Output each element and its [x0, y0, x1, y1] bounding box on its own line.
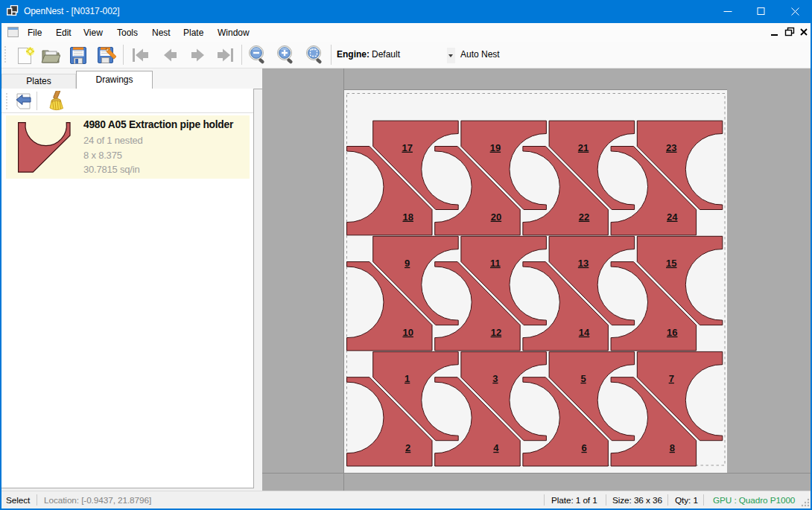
- svg-text:9: 9: [405, 258, 410, 269]
- svg-text:11: 11: [490, 258, 501, 269]
- svg-text:18: 18: [402, 211, 413, 223]
- svg-text:2: 2: [405, 442, 410, 453]
- svg-text:13: 13: [578, 258, 589, 269]
- svg-text:19: 19: [490, 142, 501, 153]
- svg-text:8: 8: [670, 442, 675, 453]
- svg-text:5: 5: [580, 373, 586, 384]
- svg-text:4: 4: [493, 442, 499, 453]
- svg-text:16: 16: [667, 327, 677, 338]
- svg-text:22: 22: [579, 211, 589, 223]
- svg-text:21: 21: [578, 142, 589, 153]
- svg-text:6: 6: [581, 442, 586, 453]
- svg-text:23: 23: [666, 142, 676, 153]
- svg-text:14: 14: [579, 327, 590, 338]
- svg-text:10: 10: [402, 327, 413, 338]
- svg-text:24: 24: [667, 211, 678, 223]
- svg-text:20: 20: [491, 211, 501, 223]
- svg-text:12: 12: [491, 327, 501, 338]
- svg-text:15: 15: [666, 258, 676, 269]
- svg-text:7: 7: [669, 373, 674, 384]
- svg-text:3: 3: [492, 373, 498, 384]
- svg-text:1: 1: [405, 373, 410, 384]
- svg-text:17: 17: [402, 142, 412, 153]
